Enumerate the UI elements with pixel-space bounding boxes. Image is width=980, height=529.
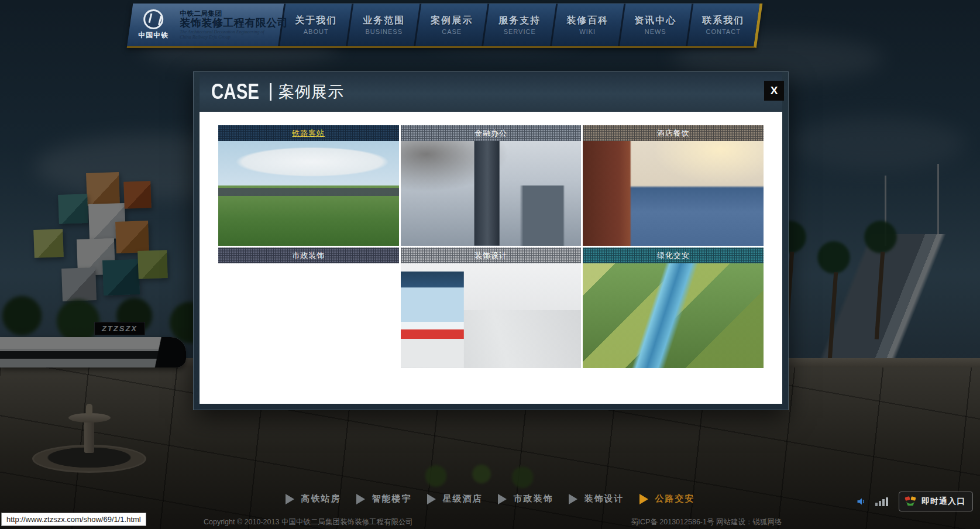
case-tile-caption: 绿化交安 <box>583 248 764 263</box>
nav-item-contact[interactable]: 联系我们CONTACT <box>687 4 759 46</box>
case-tile-railway-station[interactable]: 铁路客站 <box>218 125 399 246</box>
arrow-icon <box>356 494 365 504</box>
company-name-english-2: China Railway Erju Group <box>180 35 288 40</box>
modal-title-en: CASE <box>211 80 259 104</box>
arrow-icon <box>427 494 436 504</box>
quick-access-bar: 即时通入口 <box>857 492 973 511</box>
arrow-icon <box>498 494 507 504</box>
company-name-english-1: The Architectural Decoration Engineering… <box>180 29 288 35</box>
arrow-icon <box>286 494 294 504</box>
page: ZTZSZX 中国中铁 中铁二局集团 装饰装修工程有限公司 The Archit… <box>0 0 980 529</box>
brand-name: 中国中铁 <box>138 30 169 40</box>
case-image-greening-traffic-safety <box>583 248 764 368</box>
arrow-icon <box>569 494 577 504</box>
case-tile-caption: 铁路客站 <box>218 125 399 141</box>
case-tile-caption: 装饰设计 <box>401 248 582 263</box>
case-tile-municipal-decoration[interactable]: 市政装饰 <box>218 248 399 368</box>
footer-copyright: Copyright © 2010-2013 中国中铁二局集团装饰装修工程有限公司 <box>204 517 413 527</box>
logo-emblem-block: 中国中铁 <box>138 9 169 40</box>
case-image-decoration-design <box>401 248 582 368</box>
company-name: 装饰装修工程有限公司 <box>180 18 288 29</box>
case-tile-caption: 市政装饰 <box>218 248 399 263</box>
case-modal: CASE 案例展示 X 铁路客站 金融办公 酒店餐饮 <box>194 72 788 410</box>
case-grid: 铁路客站 金融办公 酒店餐饮 市政装饰 装饰设计 <box>218 112 764 368</box>
stats-bars-icon[interactable] <box>875 497 889 506</box>
bottom-nav-item-smart-buildings[interactable]: 智能楼宇 <box>356 493 412 504</box>
case-tile-greening-traffic-safety[interactable]: 绿化交安 <box>583 248 764 368</box>
china-railway-emblem-icon <box>143 9 163 29</box>
case-tile-financial-office[interactable]: 金融办公 <box>401 125 582 246</box>
case-tile-decoration-design[interactable]: 装饰设计 <box>401 248 582 368</box>
footer-icp: 蜀ICP备 2013012586-1号 网站建设：锐狐网络 <box>631 517 782 527</box>
nav-item-news[interactable]: 资讯中心NEWS <box>620 4 692 46</box>
case-image-hotel-dining <box>583 125 764 246</box>
modal-title-zh: 案例展示 <box>278 81 344 102</box>
case-image-financial-office <box>401 125 582 246</box>
bottom-nav-item-municipal[interactable]: 市政装饰 <box>498 493 553 504</box>
case-modal-body: 铁路客站 金融办公 酒店餐饮 市政装饰 装饰设计 <box>200 112 782 404</box>
nav-item-wiki[interactable]: 装修百科WIKI <box>552 4 624 46</box>
company-logo[interactable]: 中国中铁 中铁二局集团 装饰装修工程有限公司 The Architectural… <box>127 4 284 46</box>
nav-item-about[interactable]: 关于我们ABOUT <box>280 4 352 46</box>
instant-messenger-button[interactable]: 即时通入口 <box>899 492 973 511</box>
arrow-icon <box>639 494 648 504</box>
nav-item-business[interactable]: 业务范围BUSINESS <box>348 4 419 46</box>
case-tile-hotel-dining[interactable]: 酒店餐饮 <box>583 125 764 246</box>
close-button[interactable]: X <box>764 81 784 101</box>
instant-messenger-label: 即时通入口 <box>921 496 965 507</box>
status-bar-url: http://www.ztzszx.com/show/69/1/1.html <box>1 513 146 526</box>
case-tile-caption: 金融办公 <box>401 125 582 141</box>
sound-icon[interactable] <box>857 497 866 506</box>
bottom-nav-item-rail-stations[interactable]: 高铁站房 <box>286 493 341 504</box>
nav-item-case[interactable]: 案例展示CASE <box>415 4 487 46</box>
case-image-railway-station <box>218 125 399 246</box>
bottom-nav: 高铁站房 智能楼宇 星级酒店 市政装饰 装饰设计 公路交安 <box>0 493 980 504</box>
case-image-municipal-decoration <box>218 248 399 368</box>
company-name-block: 中铁二局集团 装饰装修工程有限公司 The Architectural Deco… <box>180 10 288 40</box>
nav-item-service[interactable]: 服务支持SERVICE <box>484 4 556 46</box>
bottom-nav-item-road-safety[interactable]: 公路交安 <box>639 493 695 504</box>
messenger-logo-icon <box>904 495 917 508</box>
main-nav: 关于我们ABOUT 业务范围BUSINESS 案例展示CASE 服务支持SERV… <box>278 4 759 46</box>
site-header: 中国中铁 中铁二局集团 装饰装修工程有限公司 The Architectural… <box>130 4 759 48</box>
modal-title-separator <box>270 83 271 101</box>
group-name: 中铁二局集团 <box>180 10 288 18</box>
case-tile-caption: 酒店餐饮 <box>583 125 764 141</box>
header-band: 中国中铁 中铁二局集团 装饰装修工程有限公司 The Architectural… <box>127 4 763 48</box>
bottom-nav-item-hotels[interactable]: 星级酒店 <box>427 493 483 504</box>
case-modal-header: CASE 案例展示 X <box>200 72 782 112</box>
bottom-nav-item-design[interactable]: 装饰设计 <box>569 493 624 504</box>
